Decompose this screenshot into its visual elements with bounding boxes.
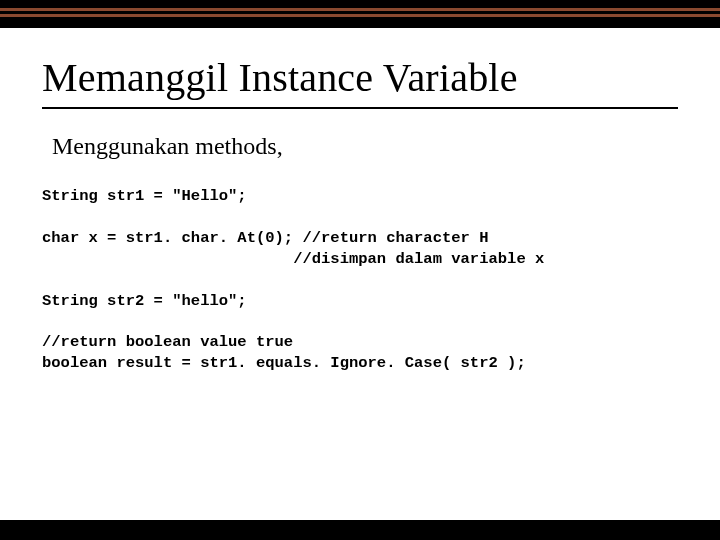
title-divider (42, 107, 678, 109)
code-line: char x = str1. char. At(0); //return cha… (42, 229, 488, 247)
top-accent-band (0, 0, 720, 28)
code-line: boolean result = str1. equals. Ignore. C… (42, 354, 526, 372)
bottom-accent-band (0, 520, 720, 540)
code-line: //disimpan dalam variable x (42, 250, 544, 268)
code-line: String str2 = "hello"; (42, 292, 247, 310)
slide-content: Memanggil Instance Variable Menggunakan … (0, 28, 720, 540)
code-block: String str1 = "Hello"; char x = str1. ch… (42, 186, 678, 374)
code-line: //return boolean value true (42, 333, 293, 351)
slide-title: Memanggil Instance Variable (42, 54, 678, 101)
slide-subtitle: Menggunakan methods, (52, 133, 678, 160)
code-line: String str1 = "Hello"; (42, 187, 247, 205)
